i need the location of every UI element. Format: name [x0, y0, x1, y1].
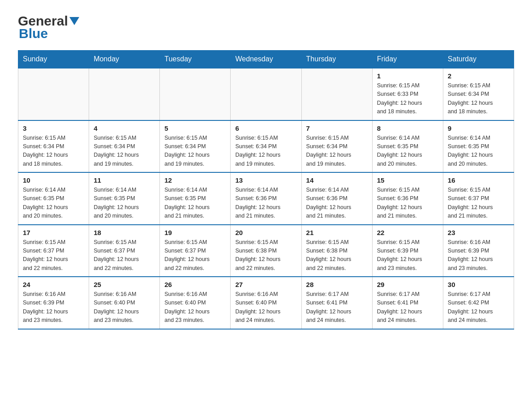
day-number: 15 [377, 176, 438, 184]
calendar-cell [89, 68, 160, 120]
day-number: 11 [94, 176, 155, 184]
day-number: 17 [23, 229, 84, 236]
calendar-cell: 3Sunrise: 6:15 AM Sunset: 6:34 PM Daylig… [18, 120, 89, 173]
calendar-cell: 20Sunrise: 6:15 AM Sunset: 6:38 PM Dayli… [231, 225, 301, 277]
day-info: Sunrise: 6:17 AM Sunset: 6:41 PM Dayligh… [377, 290, 438, 325]
calendar-cell: 22Sunrise: 6:15 AM Sunset: 6:39 PM Dayli… [372, 225, 443, 277]
calendar-cell: 27Sunrise: 6:16 AM Sunset: 6:40 PM Dayli… [231, 277, 301, 329]
day-info: Sunrise: 6:15 AM Sunset: 6:33 PM Dayligh… [377, 81, 438, 116]
calendar-cell: 15Sunrise: 6:15 AM Sunset: 6:36 PM Dayli… [372, 172, 443, 225]
day-info: Sunrise: 6:14 AM Sunset: 6:36 PM Dayligh… [235, 186, 296, 221]
day-info: Sunrise: 6:15 AM Sunset: 6:37 PM Dayligh… [94, 238, 155, 273]
day-info: Sunrise: 6:16 AM Sunset: 6:40 PM Dayligh… [94, 290, 155, 325]
day-number: 19 [164, 229, 226, 236]
header-saturday: Saturday [443, 51, 514, 68]
day-number: 4 [94, 124, 155, 132]
day-info: Sunrise: 6:14 AM Sunset: 6:35 PM Dayligh… [448, 134, 509, 169]
calendar-table: SundayMondayTuesdayWednesdayThursdayFrid… [18, 50, 514, 330]
calendar-cell: 8Sunrise: 6:14 AM Sunset: 6:35 PM Daylig… [372, 120, 443, 173]
day-number: 13 [235, 176, 296, 184]
day-info: Sunrise: 6:15 AM Sunset: 6:37 PM Dayligh… [23, 238, 84, 273]
calendar-cell: 4Sunrise: 6:15 AM Sunset: 6:34 PM Daylig… [89, 120, 160, 173]
calendar-cell: 14Sunrise: 6:14 AM Sunset: 6:36 PM Dayli… [301, 172, 372, 225]
calendar-cell: 25Sunrise: 6:16 AM Sunset: 6:40 PM Dayli… [89, 277, 160, 329]
calendar-cell [301, 68, 372, 120]
day-info: Sunrise: 6:16 AM Sunset: 6:40 PM Dayligh… [235, 290, 296, 325]
calendar-cell [160, 68, 231, 120]
day-info: Sunrise: 6:15 AM Sunset: 6:37 PM Dayligh… [448, 186, 509, 221]
calendar-cell: 2Sunrise: 6:15 AM Sunset: 6:34 PM Daylig… [443, 68, 514, 120]
calendar-cell [231, 68, 301, 120]
weekday-header-row: SundayMondayTuesdayWednesdayThursdayFrid… [18, 51, 514, 68]
calendar-cell: 9Sunrise: 6:14 AM Sunset: 6:35 PM Daylig… [443, 120, 514, 173]
calendar-cell: 21Sunrise: 6:15 AM Sunset: 6:38 PM Dayli… [301, 225, 372, 277]
calendar-cell: 17Sunrise: 6:15 AM Sunset: 6:37 PM Dayli… [18, 225, 89, 277]
day-number: 1 [377, 72, 438, 80]
day-info: Sunrise: 6:17 AM Sunset: 6:41 PM Dayligh… [306, 290, 368, 325]
calendar-cell: 13Sunrise: 6:14 AM Sunset: 6:36 PM Dayli… [231, 172, 301, 225]
day-number: 2 [448, 72, 509, 80]
day-number: 29 [377, 281, 438, 288]
day-number: 14 [306, 176, 368, 184]
calendar-cell: 11Sunrise: 6:14 AM Sunset: 6:35 PM Dayli… [89, 172, 160, 225]
day-info: Sunrise: 6:15 AM Sunset: 6:37 PM Dayligh… [164, 238, 226, 273]
day-info: Sunrise: 6:14 AM Sunset: 6:35 PM Dayligh… [23, 186, 84, 221]
day-info: Sunrise: 6:15 AM Sunset: 6:34 PM Dayligh… [23, 134, 84, 169]
calendar-cell: 24Sunrise: 6:16 AM Sunset: 6:39 PM Dayli… [18, 277, 89, 329]
header-monday: Monday [89, 51, 160, 68]
day-number: 20 [235, 229, 296, 236]
day-info: Sunrise: 6:15 AM Sunset: 6:34 PM Dayligh… [306, 134, 368, 169]
day-number: 16 [448, 176, 509, 184]
day-number: 7 [306, 124, 368, 132]
day-info: Sunrise: 6:14 AM Sunset: 6:35 PM Dayligh… [377, 134, 438, 169]
calendar-cell: 26Sunrise: 6:16 AM Sunset: 6:40 PM Dayli… [160, 277, 231, 329]
day-info: Sunrise: 6:17 AM Sunset: 6:42 PM Dayligh… [448, 290, 509, 325]
day-number: 21 [306, 229, 368, 236]
calendar-cell: 23Sunrise: 6:16 AM Sunset: 6:39 PM Dayli… [443, 225, 514, 277]
day-number: 3 [23, 124, 84, 132]
day-number: 18 [94, 229, 155, 236]
day-number: 9 [448, 124, 509, 132]
header-tuesday: Tuesday [160, 51, 231, 68]
day-info: Sunrise: 6:15 AM Sunset: 6:34 PM Dayligh… [448, 81, 509, 116]
calendar-cell: 12Sunrise: 6:14 AM Sunset: 6:35 PM Dayli… [160, 172, 231, 225]
day-info: Sunrise: 6:14 AM Sunset: 6:35 PM Dayligh… [94, 186, 155, 221]
day-info: Sunrise: 6:16 AM Sunset: 6:39 PM Dayligh… [23, 290, 84, 325]
day-number: 12 [164, 176, 226, 184]
header-friday: Friday [372, 51, 443, 68]
calendar-cell: 28Sunrise: 6:17 AM Sunset: 6:41 PM Dayli… [301, 277, 372, 329]
day-number: 8 [377, 124, 438, 132]
week-row-1: 1Sunrise: 6:15 AM Sunset: 6:33 PM Daylig… [18, 68, 514, 120]
calendar-cell: 7Sunrise: 6:15 AM Sunset: 6:34 PM Daylig… [301, 120, 372, 173]
header-thursday: Thursday [301, 51, 372, 68]
day-info: Sunrise: 6:14 AM Sunset: 6:36 PM Dayligh… [306, 186, 368, 221]
calendar-cell [18, 68, 89, 120]
day-info: Sunrise: 6:15 AM Sunset: 6:34 PM Dayligh… [164, 134, 226, 169]
day-info: Sunrise: 6:15 AM Sunset: 6:34 PM Dayligh… [94, 134, 155, 169]
week-row-3: 10Sunrise: 6:14 AM Sunset: 6:35 PM Dayli… [18, 172, 514, 225]
day-info: Sunrise: 6:15 AM Sunset: 6:39 PM Dayligh… [377, 238, 438, 273]
header-wednesday: Wednesday [231, 51, 301, 68]
calendar-cell: 5Sunrise: 6:15 AM Sunset: 6:34 PM Daylig… [160, 120, 231, 173]
week-row-4: 17Sunrise: 6:15 AM Sunset: 6:37 PM Dayli… [18, 225, 514, 277]
day-number: 22 [377, 229, 438, 236]
week-row-5: 24Sunrise: 6:16 AM Sunset: 6:39 PM Dayli… [18, 277, 514, 329]
page-header: General Blue [18, 13, 514, 41]
day-info: Sunrise: 6:16 AM Sunset: 6:40 PM Dayligh… [164, 290, 226, 325]
day-number: 25 [94, 281, 155, 288]
logo-blue-text: Blue [19, 26, 48, 41]
day-info: Sunrise: 6:15 AM Sunset: 6:34 PM Dayligh… [235, 134, 296, 169]
day-number: 28 [306, 281, 368, 288]
logo-arrow-icon [69, 17, 79, 27]
logo: General Blue [18, 13, 79, 41]
calendar-cell: 10Sunrise: 6:14 AM Sunset: 6:35 PM Dayli… [18, 172, 89, 225]
header-sunday: Sunday [18, 51, 89, 68]
calendar-cell: 30Sunrise: 6:17 AM Sunset: 6:42 PM Dayli… [443, 277, 514, 329]
calendar-cell: 18Sunrise: 6:15 AM Sunset: 6:37 PM Dayli… [89, 225, 160, 277]
calendar-cell: 19Sunrise: 6:15 AM Sunset: 6:37 PM Dayli… [160, 225, 231, 277]
calendar-cell: 6Sunrise: 6:15 AM Sunset: 6:34 PM Daylig… [231, 120, 301, 173]
calendar-cell: 16Sunrise: 6:15 AM Sunset: 6:37 PM Dayli… [443, 172, 514, 225]
calendar-cell: 29Sunrise: 6:17 AM Sunset: 6:41 PM Dayli… [372, 277, 443, 329]
day-number: 27 [235, 281, 296, 288]
day-number: 5 [164, 124, 226, 132]
